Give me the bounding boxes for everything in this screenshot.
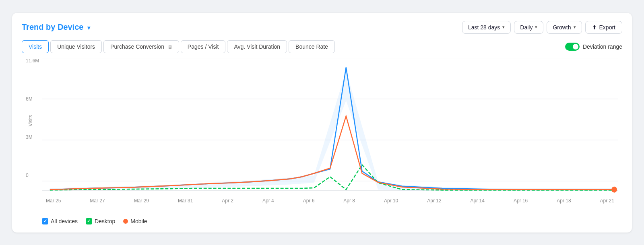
x-label-mar25: Mar 25 (46, 198, 61, 204)
legend-mobile[interactable]: Mobile (123, 218, 147, 224)
x-label-apr21: Apr 21 (600, 198, 614, 204)
export-label: Export (599, 24, 615, 31)
monitor-icon: 🖥 (167, 44, 172, 50)
tab-purchase-conversion-label: Purchase Conversion (110, 43, 164, 50)
tab-pages-per-visit[interactable]: Pages / Visit (181, 40, 226, 53)
header-controls: Last 28 days ▾ Daily ▾ Growth ▾ ⬆ Export (462, 21, 622, 34)
all-devices-label: All devices (51, 218, 78, 224)
x-label-apr6: Apr 6 (303, 198, 315, 204)
x-label-apr14: Apr 14 (471, 198, 485, 204)
tabs-list: Visits Unique Visitors Purchase Conversi… (22, 40, 335, 53)
legend-all-devices[interactable]: All devices (42, 218, 78, 224)
y-tick-0: 0 (26, 173, 39, 178)
x-label-apr2: Apr 2 (222, 198, 233, 204)
title-highlight: Device (58, 23, 84, 31)
tab-avg-visit-duration[interactable]: Avg. Visit Duration (227, 40, 287, 53)
chart-area: Visits 11.6M 6M 3M 0 (22, 58, 622, 215)
tab-bounce-rate-label: Bounce Rate (295, 43, 328, 50)
chart-title: Trend by Device ▾ (22, 23, 90, 32)
chart-container: 11.6M 6M 3M 0 (42, 58, 618, 211)
mobile-label: Mobile (130, 218, 147, 224)
legend-desktop[interactable]: Desktop (86, 218, 115, 224)
x-label-apr10: Apr 10 (384, 198, 398, 204)
tab-avg-visit-duration-label: Avg. Visit Duration (234, 43, 280, 50)
frequency-label: Daily (520, 24, 533, 31)
deviation-toggle: Deviation range (565, 43, 622, 51)
tab-visits-label: Visits (29, 43, 42, 50)
y-axis-ticks: 11.6M 6M 3M 0 (26, 58, 39, 179)
x-label-mar29: Mar 29 (134, 198, 149, 204)
desktop-label: Desktop (95, 218, 115, 224)
header: Trend by Device ▾ Last 28 days ▾ Daily ▾… (22, 21, 622, 34)
metric-label: Growth (553, 24, 571, 31)
deviation-range-toggle[interactable] (565, 43, 580, 51)
frequency-chevron-icon: ▾ (535, 25, 537, 30)
tab-pages-per-visit-label: Pages / Visit (188, 43, 219, 50)
y-tick-3m: 3M (26, 134, 39, 140)
title-prefix: Trend by (22, 23, 55, 31)
x-axis-labels: Mar 25 Mar 27 Mar 29 Mar 31 Apr 2 Apr 4 … (42, 196, 618, 204)
y-tick-11m: 11.6M (26, 58, 39, 64)
all-devices-check (42, 218, 48, 224)
date-range-dropdown[interactable]: Last 28 days ▾ (462, 21, 511, 34)
x-label-apr16: Apr 16 (514, 198, 528, 204)
deviation-range-fill (50, 70, 614, 190)
main-card: Trend by Device ▾ Last 28 days ▾ Daily ▾… (12, 13, 632, 233)
export-icon: ⬆ (592, 24, 597, 31)
x-label-apr18: Apr 18 (557, 198, 571, 204)
chart-svg (42, 58, 618, 195)
date-range-label: Last 28 days (468, 24, 500, 31)
export-button[interactable]: ⬆ Export (585, 21, 622, 34)
tab-bounce-rate[interactable]: Bounce Rate (289, 40, 335, 53)
deviation-range-label: Deviation range (583, 43, 622, 50)
tab-unique-visitors[interactable]: Unique Visitors (50, 40, 102, 53)
x-label-mar31: Mar 31 (178, 198, 193, 204)
tab-purchase-conversion[interactable]: Purchase Conversion 🖥 (103, 40, 179, 53)
frequency-dropdown[interactable]: Daily ▾ (514, 21, 543, 34)
date-range-chevron-icon: ▾ (502, 25, 505, 30)
x-label-apr4: Apr 4 (262, 198, 274, 204)
tabs-container: Visits Unique Visitors Purchase Conversi… (22, 40, 622, 53)
metric-chevron-icon: ▾ (574, 25, 576, 30)
y-tick-6m: 6M (26, 96, 39, 102)
x-label-apr8: Apr 8 (343, 198, 355, 204)
legend: All devices Desktop Mobile (22, 218, 622, 224)
x-label-mar27: Mar 27 (90, 198, 105, 204)
metric-dropdown[interactable]: Growth ▾ (547, 21, 582, 34)
mobile-dot (123, 219, 128, 224)
tab-unique-visitors-label: Unique Visitors (57, 43, 95, 50)
x-label-apr12: Apr 12 (427, 198, 441, 204)
mobile-endpoint (611, 186, 617, 192)
desktop-check (86, 218, 92, 224)
title-chevron-icon[interactable]: ▾ (87, 25, 90, 31)
tab-visits[interactable]: Visits (22, 40, 49, 53)
